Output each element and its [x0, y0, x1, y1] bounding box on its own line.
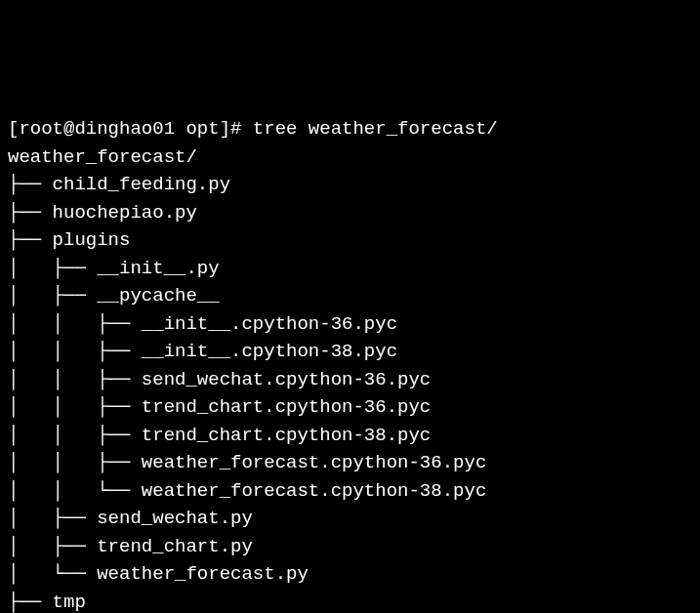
tree-line: ├── huochepiao.py	[8, 202, 197, 224]
tree-line: │ │ └── weather_forecast.cpython-38.pyc	[8, 480, 486, 502]
tree-line: │ ├── send_wechat.py	[8, 508, 253, 529]
tree-line: │ └── weather_forecast.py	[8, 563, 309, 585]
tree-line: │ │ ├── trend_chart.cpython-38.pyc	[8, 425, 431, 446]
tree-line: │ │ ├── __init__.cpython-38.pyc	[8, 341, 397, 362]
tree-line: │ │ ├── __init__.cpython-36.pyc	[8, 313, 397, 335]
tree-line: │ │ ├── send_wechat.cpython-36.pyc	[8, 369, 431, 390]
tree-line: │ ├── trend_chart.py	[8, 536, 253, 557]
command-line: [root@dinghao01 opt]# tree weather_forec…	[8, 118, 498, 140]
shell-prompt: [root@dinghao01 opt]#	[8, 118, 253, 140]
tree-line: │ ├── __init__.py	[8, 258, 220, 279]
tree-line: ├── child_feeding.py	[8, 174, 230, 195]
tree-line: weather_forecast/	[8, 146, 197, 168]
tree-line: │ │ ├── weather_forecast.cpython-36.pyc	[8, 452, 486, 473]
terminal-output: [root@dinghao01 opt]# tree weather_forec…	[8, 115, 692, 613]
tree-line: │ ├── __pycache__	[8, 285, 220, 306]
tree-line: │ │ ├── trend_chart.cpython-36.pyc	[8, 396, 431, 418]
tree-line: ├── plugins	[8, 229, 130, 251]
typed-command: tree weather_forecast/	[253, 118, 498, 140]
tree-line: ├── tmp	[8, 592, 86, 613]
